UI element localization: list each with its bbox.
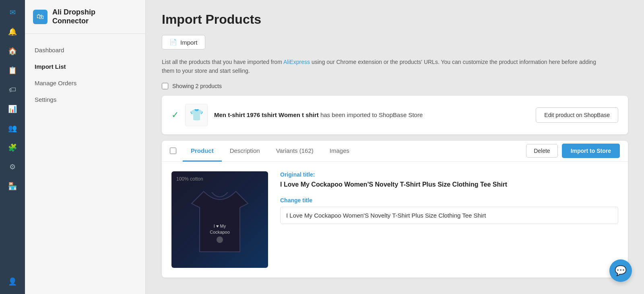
main-content: Import Products 📄 Import List all the pr…: [146, 0, 644, 294]
product-content: 100% cotton I ♥ My Cockapoo: [162, 162, 628, 278]
sidebar-item-import-list[interactable]: Import List: [25, 58, 145, 75]
description-text: List all the products that you have impo…: [162, 58, 605, 76]
import-to-store-button[interactable]: Import to Store: [562, 144, 620, 158]
import-button[interactable]: 📄 Import: [162, 35, 205, 49]
success-message: has been imported to ShopBase Store: [319, 111, 423, 118]
home-icon-btn[interactable]: 🏠: [4, 43, 21, 60]
sidebar-item-settings[interactable]: Settings: [25, 91, 145, 108]
delete-button[interactable]: Delete: [526, 144, 557, 158]
chat-button[interactable]: 💬: [609, 259, 632, 282]
tag-icon-btn[interactable]: 🏷: [4, 81, 21, 98]
sidebar-title: Ali DropshipConnector: [52, 8, 95, 25]
tab-description[interactable]: Description: [222, 141, 268, 162]
original-title-value: I Love My Cockapoo Women'S Novelty T-Shi…: [280, 180, 618, 189]
svg-point-2: [217, 236, 223, 243]
showing-label: Showing 2 products: [172, 83, 222, 89]
import-button-label: Import: [180, 39, 198, 46]
sidebar-header: 🛍 Ali DropshipConnector: [25, 0, 145, 34]
product-card: Product Description Variants (162) Image…: [162, 141, 628, 278]
change-title-input[interactable]: [280, 207, 618, 224]
product-details: Original title: I Love My Cockapoo Women…: [280, 171, 618, 268]
store-icon-btn[interactable]: 🏪: [4, 178, 21, 195]
product-image-wrapper: 100% cotton I ♥ My Cockapoo: [171, 171, 268, 268]
success-check-icon: ✓: [171, 110, 179, 120]
puzzle-icon-btn[interactable]: 🧩: [4, 139, 21, 156]
users-icon-btn[interactable]: 👥: [4, 120, 21, 137]
email-icon-btn[interactable]: ✉: [4, 4, 21, 21]
aliexpress-link[interactable]: AliExpress: [283, 59, 310, 65]
page-title: Import Products: [162, 12, 628, 27]
sidebar-logo: 🛍: [33, 10, 47, 24]
sidebar-nav: Dashboard Import List Manage Orders Sett…: [25, 34, 145, 116]
product-tshirt-svg: I ♥ My Cockapoo: [180, 179, 260, 260]
product-image: I ♥ My Cockapoo: [171, 171, 268, 268]
edit-product-button[interactable]: Edit product on ShopBase: [536, 107, 618, 123]
list-icon-btn[interactable]: 📋: [4, 62, 21, 79]
sidebar: 🛍 Ali DropshipConnector Dashboard Import…: [25, 0, 146, 294]
tab-images[interactable]: Images: [322, 141, 357, 162]
gear-icon-btn[interactable]: ⚙: [4, 158, 21, 175]
bell-icon-btn[interactable]: 🔔: [4, 23, 21, 40]
product-card-header: Product Description Variants (162) Image…: [162, 141, 628, 162]
icon-bar: ✉ 🔔 🏠 📋 🏷 📊 👥 🧩 ⚙ 🏪 👤: [0, 0, 25, 294]
user-icon-btn[interactable]: 👤: [4, 273, 21, 290]
success-product-name: Men t-shirt 1976 tshirt Women t shirt: [214, 111, 319, 118]
chart-icon-btn[interactable]: 📊: [4, 101, 21, 117]
original-title-label: Original title:: [280, 171, 618, 178]
tab-variants[interactable]: Variants (162): [268, 141, 322, 162]
success-text: Men t-shirt 1976 tshirt Women t shirt ha…: [214, 111, 529, 118]
product-image-label: 100% cotton: [176, 176, 203, 182]
change-title-label: Change title: [280, 197, 618, 204]
showing-bar: Showing 2 products: [162, 83, 628, 89]
card-actions: Delete Import to Store: [526, 144, 620, 158]
success-notification: ✓ 👕 Men t-shirt 1976 tshirt Women t shir…: [162, 96, 628, 134]
sidebar-item-manage-orders[interactable]: Manage Orders: [25, 75, 145, 91]
select-all-checkbox[interactable]: [162, 83, 168, 89]
tab-product[interactable]: Product: [183, 141, 222, 162]
product-tabs: Product Description Variants (162) Image…: [183, 141, 526, 161]
success-product-thumb: 👕: [185, 104, 208, 126]
svg-text:I ♥ My: I ♥ My: [214, 224, 226, 228]
svg-text:Cockapoo: Cockapoo: [210, 230, 230, 234]
import-file-icon: 📄: [169, 39, 177, 46]
product-checkbox[interactable]: [170, 148, 176, 154]
sidebar-item-dashboard[interactable]: Dashboard: [25, 42, 145, 58]
